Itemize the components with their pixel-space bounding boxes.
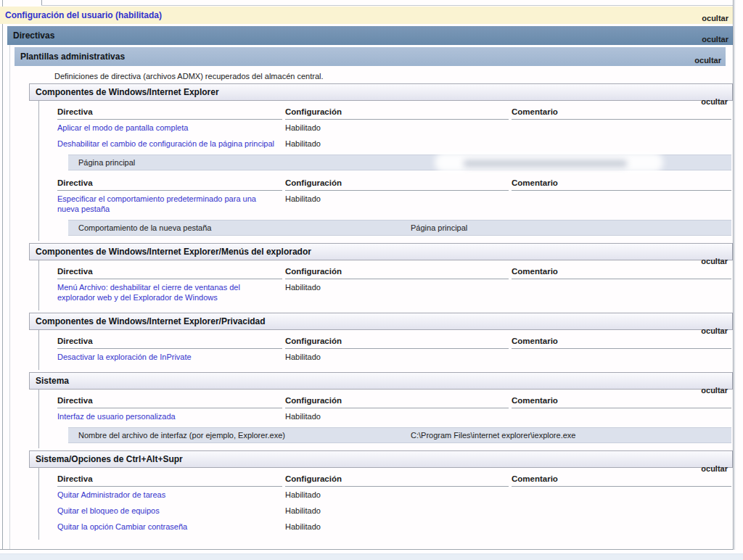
comment-value — [512, 506, 731, 516]
policies-title: Directivas — [13, 30, 54, 41]
policy-link[interactable]: Menú Archivo: deshabilitar el cierre de … — [57, 282, 285, 302]
policy-section: Componentes de Windows/Internet Explorer… — [15, 243, 743, 310]
policy-link[interactable]: Quitar la opción Cambiar contraseña — [57, 522, 285, 532]
column-header-policy: Directiva — [57, 334, 282, 349]
column-header-comment: Comentario — [512, 105, 731, 120]
policy-row: Quitar el bloqueo de equiposHabilitado — [57, 503, 731, 519]
subrow-value: C:\Program Files\internet explorer\iexpl… — [411, 431, 731, 440]
column-header-policy: Directiva — [57, 394, 282, 408]
policy-link[interactable]: Quitar el bloqueo de equipos — [57, 506, 285, 516]
policy-table: DirectivaConfiguraciónComentarioDesactiv… — [57, 334, 731, 365]
policy-row: Interfaz de usuario personalizadaHabilit… — [57, 408, 731, 424]
admx-definitions-note: Definiciones de directiva (archivos ADMX… — [54, 72, 743, 81]
comment-value — [512, 139, 731, 149]
section-title: Componentes de Windows/Internet Explorer — [36, 87, 219, 97]
column-header-comment: Comentario — [512, 176, 731, 191]
policy-table: DirectivaConfiguraciónComentarioQuitar A… — [57, 472, 731, 535]
section-content: DirectivaConfiguraciónComentarioMenú Arc… — [38, 260, 733, 310]
column-header-comment: Comentario — [512, 334, 731, 349]
administrative-templates-title: Plantillas administrativas — [20, 52, 125, 62]
report-bottom-border-line — [0, 549, 734, 550]
comment-value — [512, 194, 731, 214]
comment-value — [512, 490, 731, 500]
policy-table-header: DirectivaConfiguraciónComentario — [57, 105, 731, 120]
section-header-band: Componentes de Windows/Internet Explorer… — [29, 313, 733, 330]
hide-link[interactable]: ocultar — [701, 97, 728, 106]
column-header-comment: Comentario — [512, 265, 731, 279]
policy-link[interactable]: Especificar el comportamiento predetermi… — [57, 194, 285, 214]
column-header-setting: Configuración — [285, 176, 509, 191]
comment-value — [512, 282, 731, 302]
setting-value: Habilitado — [285, 282, 512, 302]
administrative-templates-container: Plantillas administrativas ocultar Defin… — [15, 47, 743, 540]
setting-value: Habilitado — [285, 522, 512, 532]
policy-link[interactable]: Interfaz de usuario personalizada — [57, 411, 285, 421]
section-content: DirectivaConfiguraciónComentarioQuitar A… — [38, 468, 733, 540]
policy-sections: Componentes de Windows/Internet Explorer… — [15, 83, 743, 540]
user-configuration-title: Configuración del usuario (habilitada) — [5, 10, 162, 20]
hide-link[interactable]: ocultar — [701, 386, 728, 395]
setting-value: Habilitado — [285, 490, 512, 500]
section-content: DirectivaConfiguraciónComentarioInterfaz… — [38, 390, 733, 448]
policy-table: DirectivaConfiguraciónComentarioMenú Arc… — [57, 265, 731, 305]
setting-value: Habilitado — [285, 352, 512, 362]
column-header-setting: Configuración — [285, 334, 509, 349]
policy-section: Componentes de Windows/Internet Explorer… — [15, 83, 743, 241]
hide-link[interactable]: ocultar — [701, 464, 728, 473]
administrative-templates-band: Plantillas administrativas ocultar — [15, 47, 726, 66]
policy-row: Menú Archivo: deshabilitar el cierre de … — [57, 279, 731, 305]
policy-link[interactable]: Desactivar la exploración de InPrivate — [57, 352, 285, 362]
hide-link[interactable]: ocultar — [702, 14, 728, 22]
subrow-name: Nombre del archivo de interfaz (por ejem… — [68, 431, 411, 440]
policy-row: Deshabilitar el cambio de configuración … — [57, 136, 731, 152]
policy-table: DirectivaConfiguraciónComentarioAplicar … — [57, 105, 731, 170]
column-header-setting: Configuración — [285, 265, 509, 279]
policy-setting-subrow: Comportamiento de la nueva pestañaPágina… — [68, 220, 731, 236]
setting-value: Habilitado — [285, 506, 512, 516]
policy-row: Quitar la opción Cambiar contraseñaHabil… — [57, 519, 731, 535]
column-header-policy: Directiva — [57, 472, 282, 487]
policy-table-header: DirectivaConfiguraciónComentario — [57, 176, 731, 191]
policy-table-header: DirectivaConfiguraciónComentario — [57, 334, 731, 349]
policy-table-header: DirectivaConfiguraciónComentario — [57, 472, 731, 487]
policy-row: Aplicar el modo de pantalla completaHabi… — [57, 120, 731, 136]
column-header-comment: Comentario — [512, 394, 731, 408]
subrow-value: Página principal — [411, 223, 731, 232]
comment-value — [512, 411, 731, 421]
policy-setting-subrow: Nombre del archivo de interfaz (por ejem… — [68, 427, 731, 443]
policy-table-header: DirectivaConfiguraciónComentario — [57, 265, 731, 279]
policy-table-header: DirectivaConfiguraciónComentario — [57, 394, 731, 408]
next-section-strip — [0, 553, 743, 560]
section-title: Componentes de Windows/Internet Explorer… — [36, 316, 266, 326]
policy-link[interactable]: Aplicar el modo de pantalla completa — [57, 123, 285, 133]
section-header-band: Sistema/Opciones de Ctrl+Alt+Suprocultar — [29, 450, 733, 468]
policy-section: Sistema/Opciones de Ctrl+Alt+Suprocultar… — [15, 450, 743, 540]
policy-row: Quitar Administrador de tareasHabilitado — [57, 487, 731, 503]
comment-value — [512, 123, 731, 133]
policy-table: DirectivaConfiguraciónComentarioInterfaz… — [57, 394, 731, 443]
column-header-setting: Configuración — [285, 105, 509, 120]
section-header-band: Componentes de Windows/Internet Explorer… — [29, 243, 733, 260]
hide-link[interactable]: ocultar — [694, 56, 721, 65]
policy-link[interactable]: Deshabilitar el cambio de configuración … — [57, 139, 285, 149]
comment-value — [512, 352, 731, 362]
column-header-policy: Directiva — [57, 265, 282, 279]
column-header-comment: Comentario — [512, 472, 731, 487]
setting-value: Habilitado — [285, 139, 512, 149]
hide-link[interactable]: ocultar — [701, 326, 728, 335]
hide-link[interactable]: ocultar — [702, 35, 728, 44]
policies-container: Directivas ocultar Plantillas administra… — [7, 26, 743, 540]
policy-link[interactable]: Quitar Administrador de tareas — [57, 490, 285, 500]
column-header-setting: Configuración — [285, 394, 509, 408]
policies-band: Directivas ocultar — [7, 26, 733, 45]
setting-value: Habilitado — [285, 194, 512, 214]
policy-row: Desactivar la exploración de InPrivateHa… — [57, 349, 731, 365]
hide-link[interactable]: ocultar — [701, 257, 728, 265]
policy-section: SistemaocultarDirectivaConfiguraciónCome… — [15, 372, 743, 448]
section-header-band: Sistemaocultar — [29, 372, 733, 390]
section-content: DirectivaConfiguraciónComentarioAplicar … — [38, 101, 733, 241]
comment-value — [512, 522, 731, 532]
redacted-value-blur-streak — [464, 160, 627, 167]
administrative-templates-content: Definiciones de directiva (archivos ADMX… — [15, 72, 743, 540]
subrow-name: Comportamiento de la nueva pestaña — [68, 223, 411, 232]
